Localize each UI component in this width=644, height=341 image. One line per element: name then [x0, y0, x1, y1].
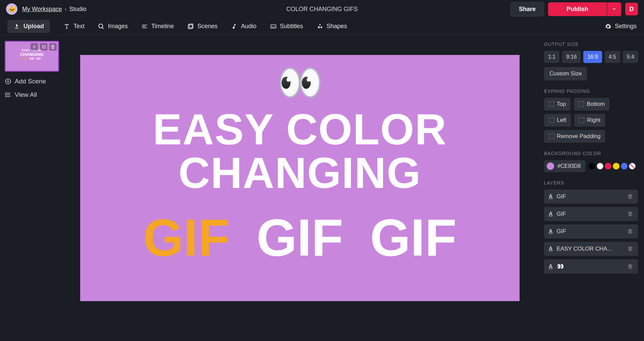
- delete-layer-icon[interactable]: 🗑: [628, 211, 633, 217]
- workspace-link[interactable]: My Workspace: [22, 6, 62, 13]
- canvas-headline[interactable]: EASY COLOR CHANGING: [153, 108, 447, 195]
- pad-bottom-button[interactable]: Bottom: [574, 98, 609, 111]
- scene-delete-icon[interactable]: 🗑: [49, 43, 57, 51]
- plus-circle-icon: [5, 78, 11, 85]
- svg-point-16: [6, 93, 6, 93]
- svg-point-17: [6, 94, 6, 95]
- remove-padding-button[interactable]: Remove Padding: [544, 130, 605, 143]
- canvas-gif-text-3[interactable]: GIF: [370, 208, 457, 268]
- bg-color-picker[interactable]: #CE93D8: [544, 160, 585, 172]
- custom-size-button[interactable]: Custom Size: [544, 67, 587, 80]
- delete-layer-icon[interactable]: 🗑: [628, 228, 633, 235]
- swatch[interactable]: [605, 163, 611, 169]
- timeline-tool[interactable]: Timeline: [141, 23, 174, 30]
- canvas-gif-text-2[interactable]: GIF: [257, 208, 343, 268]
- shapes-tool[interactable]: Shapes: [317, 23, 347, 30]
- delete-layer-icon[interactable]: 🗑: [628, 246, 633, 252]
- workspace-avatar[interactable]: 🐱: [6, 3, 17, 15]
- layer-item[interactable]: AGIF🗑: [544, 190, 638, 204]
- search-icon: [98, 23, 105, 30]
- upload-icon: [13, 23, 20, 30]
- settings-tool[interactable]: Settings: [605, 23, 637, 30]
- breadcrumb-section: Studio: [69, 6, 87, 13]
- shapes-icon: [317, 23, 323, 30]
- ratio-options: 1:19:1616:94:55:4: [544, 51, 638, 63]
- upload-label: Upload: [23, 23, 44, 30]
- text-layer-icon: A: [549, 194, 553, 200]
- subtitles-icon: [270, 23, 277, 30]
- output-size-label: OUTPUT SIZE: [544, 42, 638, 47]
- expand-padding-label: EXPAND PADDING: [544, 88, 638, 94]
- chevron-down-icon: [612, 7, 616, 11]
- publish-button[interactable]: Publish: [548, 2, 607, 16]
- svg-point-18: [6, 96, 6, 97]
- audio-icon: [231, 23, 237, 30]
- breadcrumb-separator: ›: [65, 6, 67, 13]
- upload-button[interactable]: Upload: [7, 20, 50, 33]
- swatch[interactable]: [613, 163, 620, 169]
- layers-label: LAYERS: [544, 180, 638, 186]
- gear-icon: [605, 23, 611, 30]
- delete-layer-icon[interactable]: 🗑: [628, 263, 633, 270]
- scenes-icon: [187, 23, 194, 30]
- swatch[interactable]: [629, 163, 636, 169]
- breadcrumb: My Workspace › Studio: [22, 6, 87, 13]
- pad-bottom-icon: [579, 101, 584, 107]
- page-title[interactable]: COLOR CHANGING GIFS: [286, 6, 358, 13]
- bg-current-swatch: [547, 162, 554, 170]
- share-button[interactable]: Share: [511, 2, 544, 16]
- pad-right-icon: [579, 118, 584, 123]
- canvas-gif-text-1[interactable]: GIF: [143, 208, 230, 268]
- ratio-5-4[interactable]: 5:4: [623, 51, 638, 63]
- scenes-tool[interactable]: Scenes: [187, 23, 217, 30]
- images-tool[interactable]: Images: [98, 23, 128, 30]
- scene-duplicate-icon[interactable]: ⧉: [40, 43, 47, 51]
- delete-layer-icon[interactable]: 🗑: [628, 193, 633, 200]
- layer-item[interactable]: AGIF🗑: [544, 224, 638, 238]
- text-layer-icon: A: [549, 246, 553, 252]
- svg-point-0: [99, 24, 103, 28]
- swatch[interactable]: [597, 163, 603, 169]
- canvas-eyes-emoji[interactable]: 👀: [277, 61, 323, 104]
- pad-left-icon: [549, 118, 554, 123]
- text-layer-icon: A: [549, 264, 553, 270]
- swatch[interactable]: [621, 163, 628, 169]
- user-avatar[interactable]: D: [625, 3, 638, 15]
- subtitles-tool[interactable]: Subtitles: [270, 23, 303, 30]
- pad-top-button[interactable]: Top: [544, 98, 571, 111]
- text-layer-icon: A: [549, 228, 553, 234]
- ratio-9-16[interactable]: 9:16: [562, 51, 581, 63]
- layer-item[interactable]: AGIF🗑: [544, 207, 638, 221]
- list-icon: [5, 91, 11, 98]
- swatch[interactable]: [589, 163, 595, 169]
- ratio-4-5[interactable]: 4:5: [605, 51, 620, 63]
- canvas[interactable]: 👀 EASY COLOR CHANGING GIF GIF GIF: [80, 55, 520, 301]
- remove-padding-icon: [549, 134, 554, 139]
- layer-item[interactable]: AEASY COLOR CHANGI...🗑: [544, 242, 638, 256]
- layer-item[interactable]: A👀🗑: [544, 259, 638, 274]
- scene-thumbnail[interactable]: ≡ ⧉ 🗑 EASY COLOR CHANGING GIF GIF GIF: [5, 41, 59, 72]
- text-tool[interactable]: Text: [63, 23, 85, 30]
- audio-tool[interactable]: Audio: [231, 23, 256, 30]
- publish-dropdown-button[interactable]: [607, 2, 621, 16]
- text-layer-icon: A: [549, 211, 553, 217]
- add-scene-button[interactable]: Add Scene: [5, 78, 57, 85]
- scene-menu-icon[interactable]: ≡: [31, 43, 38, 51]
- pad-top-icon: [549, 101, 554, 107]
- ratio-16-9[interactable]: 16:9: [583, 51, 602, 63]
- background-color-label: BACKGROUND COLOR: [544, 151, 638, 156]
- text-icon: [63, 23, 70, 30]
- ratio-1-1[interactable]: 1:1: [544, 51, 559, 63]
- view-all-scenes-button[interactable]: View All: [5, 91, 57, 98]
- timeline-icon: [141, 23, 148, 30]
- pad-left-button[interactable]: Left: [544, 114, 571, 127]
- svg-line-1: [102, 27, 104, 28]
- pad-right-button[interactable]: Right: [574, 114, 605, 127]
- svg-rect-7: [271, 25, 276, 28]
